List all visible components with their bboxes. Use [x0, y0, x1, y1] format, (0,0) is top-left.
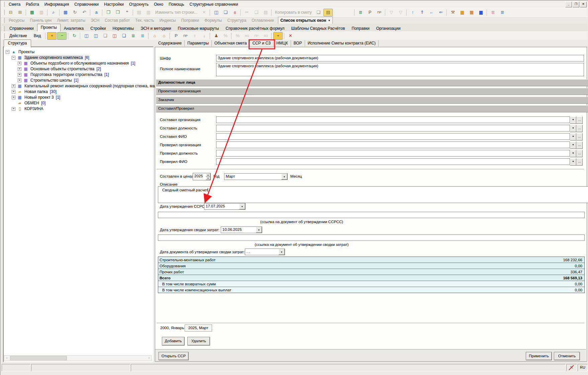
period-tab-2025[interactable]: 2025, Март: [185, 324, 212, 332]
recalc-window-icon[interactable]: a: [92, 9, 101, 16]
expand-icon[interactable]: +: [18, 62, 21, 65]
menu-item[interactable]: Вид: [30, 33, 44, 39]
page-pr-icon[interactable]: ПР: [181, 32, 190, 39]
close-button[interactable]: ✕: [580, 2, 587, 7]
paste-icon[interactable]: ▤: [261, 9, 270, 16]
move-up-icon[interactable]: ↑: [190, 32, 199, 39]
menu-item[interactable]: Структурные справочники: [187, 1, 241, 7]
chevron-down-icon[interactable]: ▼: [570, 142, 576, 149]
copy-building-icon[interactable]: ❏: [119, 32, 128, 39]
module-tab[interactable]: Справочники: [6, 25, 37, 31]
expand-icon[interactable]: +: [12, 107, 15, 111]
tree-list-plus-icon[interactable]: ⊞: [16, 9, 24, 16]
cancel-button[interactable]: Отменить: [554, 352, 580, 360]
export-book-icon[interactable]: ≣: [138, 32, 147, 39]
tree-item[interactable]: +▦Подготовка территории строительства[1]: [18, 72, 109, 77]
methodic-book-icon[interactable]: ≣: [356, 9, 365, 16]
expand-icon[interactable]: +: [18, 73, 21, 77]
ellipsis-button[interactable]: …: [576, 142, 583, 149]
menu-item[interactable]: Настройки: [101, 1, 126, 7]
panel-tab[interactable]: Панель цен: [27, 17, 54, 24]
save-icon[interactable]: ▦: [61, 9, 70, 16]
expand-tree-icon[interactable]: +: [47, 32, 57, 40]
section-customer[interactable]: Заказчик: [156, 97, 588, 104]
official-combobox[interactable]: [216, 116, 570, 123]
section-composed-checked[interactable]: Составил/Проверил: [156, 105, 588, 112]
index-pp-icon[interactable]: ПР: [252, 32, 261, 39]
add-position-icon[interactable]: ❒: [104, 9, 113, 16]
menu-item[interactable]: Отдохнуть: [126, 1, 151, 7]
module-tab[interactable]: Проекты: [37, 24, 61, 32]
page-p-icon[interactable]: P: [172, 32, 180, 39]
edit-building-icon[interactable]: ◫: [110, 32, 119, 39]
refresh-icon[interactable]: ↻: [71, 9, 79, 16]
tree-item[interactable]: +▦Новый проект 3[1]: [12, 95, 60, 100]
chevron-down-icon[interactable]: ▼: [256, 227, 262, 233]
tree-item[interactable]: +▦Объекты подсобного и обслуживающего на…: [18, 61, 135, 66]
chevron-down-icon[interactable]: ▼: [570, 125, 576, 132]
index-m2-icon[interactable]: М2: [242, 32, 251, 39]
scroll-right-icon[interactable]: ›: [146, 356, 152, 360]
copy-house-icon[interactable]: ⌂: [160, 32, 168, 39]
plus-minus-icon[interactable]: ±: [230, 9, 239, 16]
tree-horizontal-scrollbar[interactable]: ‹ ›: [4, 355, 152, 361]
scroll-left-icon[interactable]: ‹: [4, 356, 9, 360]
official-combobox[interactable]: [216, 125, 570, 131]
chevron-down-icon[interactable]: ▼: [279, 249, 285, 255]
panel-tab[interactable]: Лимит. затраты: [54, 17, 88, 24]
index-f3-icon[interactable]: Ф3: [261, 32, 270, 39]
row-type-icon[interactable]: ▥: [144, 9, 153, 16]
delete-button[interactable]: Удалить: [187, 337, 210, 346]
collapse-icon[interactable]: −: [6, 50, 9, 54]
ellipsis-button[interactable]: …: [576, 133, 583, 140]
panel-tab[interactable]: Состав работ: [102, 17, 132, 24]
ssrcc-date-combobox[interactable]: 17.07.2025 ▼: [204, 203, 246, 210]
cut-icon[interactable]: ✂: [242, 9, 251, 16]
expand-icon[interactable]: +: [12, 84, 15, 88]
move-down-icon[interactable]: ↓: [200, 32, 208, 39]
add-button[interactable]: Добавить: [162, 337, 185, 346]
spin-up-icon[interactable]: ▲: [206, 173, 210, 177]
module-tab[interactable]: Поправки: [348, 25, 373, 31]
year-value[interactable]: 2025: [193, 173, 206, 180]
tree-item[interactable]: −▦Здание спортивного комплекса[6]: [12, 55, 89, 60]
full-name-input[interactable]: Здание спортивного комплекса (рабочая до…: [216, 63, 584, 76]
chevron-down-icon[interactable]: ▼: [570, 116, 576, 124]
spin-down-icon[interactable]: ▼: [206, 177, 210, 180]
clipboard-icon[interactable]: ▤: [323, 9, 333, 16]
transport-icon[interactable]: ▆: [458, 9, 467, 16]
menu-item[interactable]: Помощь: [166, 1, 187, 7]
search-icon[interactable]: ⌕: [49, 9, 58, 16]
section-officials[interactable]: Должностные лица: [156, 79, 588, 86]
svod-doc-date-combobox[interactable]: . . ▼: [245, 249, 285, 255]
copy-structure-icon[interactable]: ❏: [221, 9, 230, 16]
section-design-org[interactable]: Проектная организация: [156, 88, 588, 95]
description-input[interactable]: Сводный сметный расчет: [158, 186, 588, 203]
ssrcc-link-input[interactable]: [158, 212, 585, 218]
chevron-down-icon[interactable]: ▼: [239, 203, 245, 209]
tree-item[interactable]: −▲Проекты: [6, 49, 35, 55]
tab-structure[interactable]: Структура: [4, 39, 31, 47]
add-object-icon[interactable]: ◫: [91, 32, 100, 39]
expand-icon[interactable]: +: [18, 79, 21, 82]
tree-item[interactable]: +▦Капитальный ремонт инженерных сооружен…: [12, 83, 167, 89]
module-tab[interactable]: Аналитика: [61, 25, 87, 31]
official-combobox[interactable]: [216, 133, 570, 140]
panel-tab[interactable]: Формулы: [202, 17, 224, 24]
module-tab[interactable]: Нормативы: [109, 25, 137, 31]
menu-item[interactable]: Действие: [6, 33, 30, 39]
svod-date-combobox[interactable]: 10.06.2025 ▼: [221, 226, 262, 233]
chevron-down-icon[interactable]: ▼: [570, 158, 576, 166]
panel-tab[interactable]: Ресурсы: [6, 17, 27, 24]
add-house-icon[interactable]: ⌂: [150, 32, 159, 39]
refresh-icon[interactable]: ↻: [70, 32, 79, 39]
undo-icon[interactable]: ↶: [80, 9, 89, 16]
add-project-icon[interactable]: ◫: [82, 32, 91, 39]
expand-icon[interactable]: +: [12, 90, 15, 94]
period-tab-2000[interactable]: 2000, Январь: [160, 326, 184, 330]
object-tab[interactable]: ВОР: [291, 40, 305, 46]
svod-link-input[interactable]: [158, 235, 585, 241]
ellipsis-button[interactable]: …: [576, 158, 583, 166]
filter-icon[interactable]: ▽: [387, 9, 396, 16]
estimate-calc-icon[interactable]: ◫: [212, 9, 220, 16]
